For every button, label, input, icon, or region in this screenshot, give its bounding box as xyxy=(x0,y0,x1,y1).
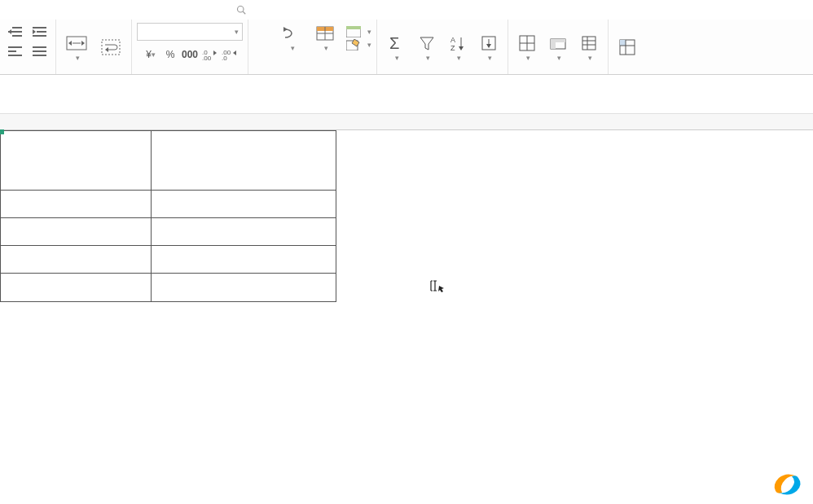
wrap-icon xyxy=(100,38,121,56)
cond-format-icon xyxy=(315,24,335,42)
style-group: ▾ ▾ ▾ xyxy=(305,20,377,74)
svg-text:A: A xyxy=(450,36,455,44)
align-left-icon[interactable] xyxy=(5,42,26,60)
table-cell[interactable] xyxy=(1,218,152,246)
table-cell[interactable] xyxy=(1,274,152,301)
currency-icon[interactable]: ¥ ▾ xyxy=(142,46,160,64)
svg-marker-5 xyxy=(8,29,11,34)
watermark xyxy=(771,470,808,499)
svg-rect-34 xyxy=(346,26,361,29)
svg-marker-59 xyxy=(438,286,444,292)
merge-group: ▾ xyxy=(56,20,132,74)
svg-rect-51 xyxy=(582,37,595,50)
table-style-button[interactable]: ▾ xyxy=(346,26,371,37)
merge-icon xyxy=(66,34,87,52)
data-table xyxy=(0,130,336,302)
cursor-icon xyxy=(428,279,445,296)
worksheet-button[interactable]: ▾ xyxy=(575,33,603,64)
fill-down-icon xyxy=(480,34,498,52)
chevron-down-icon: ▾ xyxy=(235,28,239,36)
svg-rect-50 xyxy=(551,39,565,42)
column-headers xyxy=(0,114,813,130)
cells-group: ▾ ▾ ▾ xyxy=(508,20,609,74)
table-cell[interactable] xyxy=(152,218,336,246)
edit-group: Σ ▾ ▾ AZ ▾ ▾ xyxy=(377,20,508,74)
grid-icon xyxy=(518,34,536,52)
svg-rect-10 xyxy=(8,46,22,48)
svg-rect-12 xyxy=(8,55,22,56)
sort-icon: AZ xyxy=(449,34,467,52)
worksheet-icon xyxy=(580,34,598,52)
svg-rect-14 xyxy=(33,50,46,52)
sum-button[interactable]: Σ ▾ xyxy=(382,33,410,64)
svg-marker-19 xyxy=(81,41,85,46)
cell-style-icon xyxy=(346,39,361,50)
svg-text:.0: .0 xyxy=(222,55,227,60)
svg-marker-9 xyxy=(33,29,36,34)
watermark-logo-icon xyxy=(771,470,803,499)
svg-rect-56 xyxy=(620,40,626,46)
svg-rect-7 xyxy=(37,31,46,33)
spreadsheet[interactable] xyxy=(0,114,813,130)
indent-group xyxy=(0,20,56,74)
type-convert-button[interactable]: ▾ xyxy=(277,23,306,54)
command-search[interactable] xyxy=(236,5,249,15)
freeze-icon xyxy=(618,38,636,56)
svg-rect-13 xyxy=(33,46,46,48)
svg-rect-4 xyxy=(12,35,22,37)
percent-icon[interactable]: % xyxy=(161,46,179,64)
svg-marker-27 xyxy=(233,50,236,55)
table-cell[interactable] xyxy=(152,246,336,274)
svg-rect-2 xyxy=(12,27,22,28)
rowcol-icon xyxy=(549,34,567,52)
comma-icon[interactable]: 000 xyxy=(181,46,199,64)
ribbon: ▾ ▾ ¥ ▾ % 000 .0.00 .00.0 ▾ xyxy=(0,20,813,75)
svg-rect-6 xyxy=(33,27,46,28)
funnel-icon xyxy=(418,34,436,52)
svg-line-1 xyxy=(243,11,245,14)
increase-decimal-icon[interactable]: .0.00 xyxy=(200,46,218,64)
header-chinese-score xyxy=(1,131,152,191)
svg-text:Σ: Σ xyxy=(389,34,399,52)
svg-rect-8 xyxy=(33,35,46,37)
svg-marker-28 xyxy=(283,27,288,32)
table-cell[interactable] xyxy=(152,191,336,218)
svg-rect-11 xyxy=(8,50,16,52)
svg-marker-18 xyxy=(68,41,72,46)
decrease-decimal-icon[interactable]: .00.0 xyxy=(220,46,238,64)
cond-format-button[interactable]: ▾ xyxy=(310,23,340,54)
formula-bar-area xyxy=(0,75,813,114)
rowcol-button[interactable]: ▾ xyxy=(544,33,572,64)
svg-rect-15 xyxy=(33,55,46,56)
decrease-indent-icon[interactable] xyxy=(5,23,26,41)
cell-style-button[interactable]: ▾ xyxy=(346,39,371,50)
cell-button[interactable]: ▾ xyxy=(513,33,541,64)
search-icon xyxy=(236,5,246,15)
table-cell[interactable] xyxy=(1,191,152,218)
svg-marker-21 xyxy=(105,47,108,52)
align-justify-icon[interactable] xyxy=(29,42,51,60)
filter-button[interactable]: ▾ xyxy=(413,33,441,64)
svg-marker-41 xyxy=(459,46,464,50)
svg-point-0 xyxy=(238,7,244,13)
freeze-button[interactable] xyxy=(613,37,641,59)
table-style-icon xyxy=(346,26,361,37)
svg-text:.00: .00 xyxy=(202,55,212,60)
menu-bar xyxy=(0,0,813,20)
convert-icon xyxy=(282,24,301,42)
auto-wrap-button[interactable] xyxy=(95,37,126,59)
sigma-icon: Σ xyxy=(387,34,405,52)
fill-button[interactable]: ▾ xyxy=(475,33,503,64)
sort-button[interactable]: AZ ▾ xyxy=(444,33,472,64)
header-total-score xyxy=(152,131,336,191)
svg-text:Z: Z xyxy=(450,44,455,52)
svg-marker-37 xyxy=(420,37,433,50)
number-format-combo[interactable]: ▾ xyxy=(137,23,243,41)
svg-marker-24 xyxy=(213,50,217,55)
number-format-group: ▾ ¥ ▾ % 000 .0.00 .00.0 ▾ xyxy=(132,20,248,74)
table-cell[interactable] xyxy=(1,246,152,274)
merge-center-button[interactable]: ▾ xyxy=(61,33,92,64)
freeze-group xyxy=(609,20,646,74)
increase-indent-icon[interactable] xyxy=(29,23,51,41)
table-cell[interactable] xyxy=(152,274,336,301)
